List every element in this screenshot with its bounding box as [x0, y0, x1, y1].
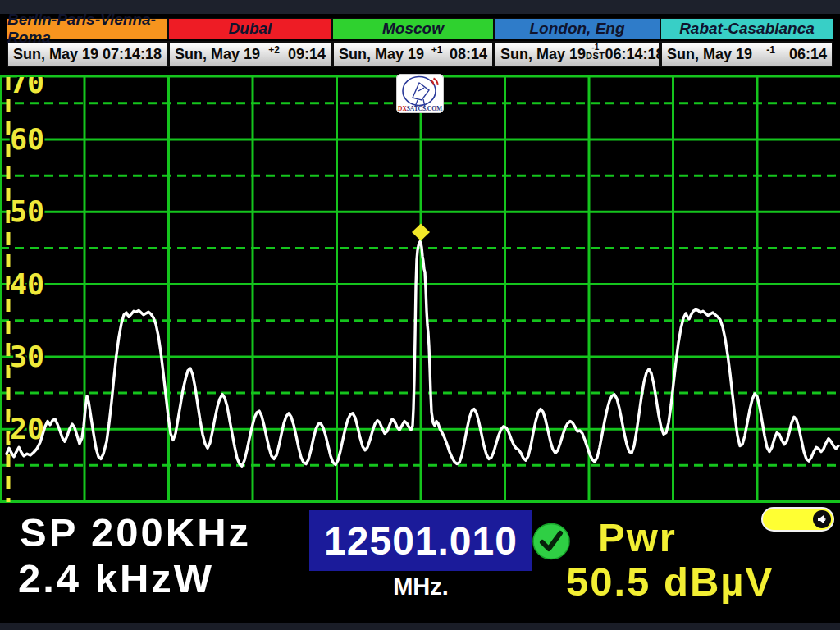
city-label: Berlin-Paris-Vienna-Roma [7, 18, 168, 39]
clock-dubai[interactable]: Dubai Sun, May 19 +2 09:14 [168, 18, 332, 71]
y-axis-label: 60 [10, 123, 44, 156]
frequency-unit: MHz. [309, 573, 532, 600]
volume-button[interactable] [761, 507, 834, 532]
speaker-icon [813, 510, 831, 528]
clock-moscow[interactable]: Moscow Sun, May 19 +1 08:14 [332, 18, 494, 71]
clock-time: 06:14:18 [605, 46, 664, 63]
clock-berlin[interactable]: Berlin-Paris-Vienna-Roma Sun, May 19 07:… [7, 18, 168, 71]
city-label: Rabat-Casablanca [660, 18, 833, 39]
clock-time-row: Sun, May 19 -1 06:14 [660, 41, 833, 67]
spectrum-svg: 706050403020 [0, 72, 840, 506]
y-axis-label: 50 [10, 195, 44, 228]
city-label: Dubai [168, 18, 332, 39]
clock-time-row: Sun, May 19 +2 09:14 [168, 41, 332, 67]
satmeter-screen: Berlin-Paris-Vienna-Roma Sun, May 19 07:… [0, 0, 840, 630]
city-label: London, Eng [494, 18, 660, 39]
clock-london[interactable]: London, Eng Sun, May 19 -1 DST 06:14:18 [494, 18, 660, 71]
measurement-panel: SP 200KHz 2.4 kHzW 12501.010 MHz. Pwr 50… [0, 506, 840, 623]
y-axis-label: 40 [10, 268, 44, 301]
clock-time: 07:14:18 [103, 46, 162, 63]
satellite-dish-icon: DXSATCS.COM [396, 74, 444, 113]
clock-date: Sun, May 19 [13, 46, 98, 63]
clock-date: Sun, May 19 [339, 46, 424, 63]
frequency-readout[interactable]: 12501.010 [309, 510, 532, 571]
clock-time: 06:14 [789, 46, 827, 63]
clock-time: 09:14 [288, 46, 326, 63]
clock-time-row: Sun, May 19 07:14:18 [7, 41, 168, 67]
clock-date: Sun, May 19 [500, 46, 586, 63]
dst-indicator: -1 DST [586, 43, 605, 61]
bottom-strip [0, 623, 840, 630]
y-axis-label: 30 [10, 340, 44, 373]
tz-offset: +1 [431, 44, 443, 56]
lock-check-icon [532, 523, 570, 560]
clock-time-row: Sun, May 19 +1 08:14 [332, 41, 494, 67]
y-axis-label: 20 [10, 413, 44, 445]
power-value: 50.5 dBµV [566, 560, 774, 605]
peak-marker[interactable] [412, 224, 430, 241]
clock-date: Sun, May 19 [667, 46, 752, 63]
world-clocks-bar: Berlin-Paris-Vienna-Roma Sun, May 19 07:… [0, 18, 840, 71]
power-label: Pwr [598, 516, 677, 560]
tz-offset: -1 [766, 44, 775, 56]
clock-time: 08:14 [450, 46, 487, 63]
clock-time-row: Sun, May 19 -1 DST 06:14:18 [494, 41, 660, 67]
clock-rabat[interactable]: Rabat-Casablanca Sun, May 19 -1 06:14 [660, 18, 833, 71]
bandwidth-setting: 2.4 kHzW [18, 557, 214, 601]
clock-date: Sun, May 19 [175, 46, 260, 63]
span-setting: SP 200KHz [20, 511, 251, 555]
spectrum-trace [7, 242, 838, 467]
tz-offset: +2 [268, 44, 280, 56]
spectrum-display: 706050403020 DXSATCS.COM [0, 72, 840, 506]
logo-text: DXSATCS.COM [398, 105, 442, 112]
dxsatcs-logo: DXSATCS.COM [396, 74, 444, 113]
city-label: Moscow [332, 18, 494, 39]
